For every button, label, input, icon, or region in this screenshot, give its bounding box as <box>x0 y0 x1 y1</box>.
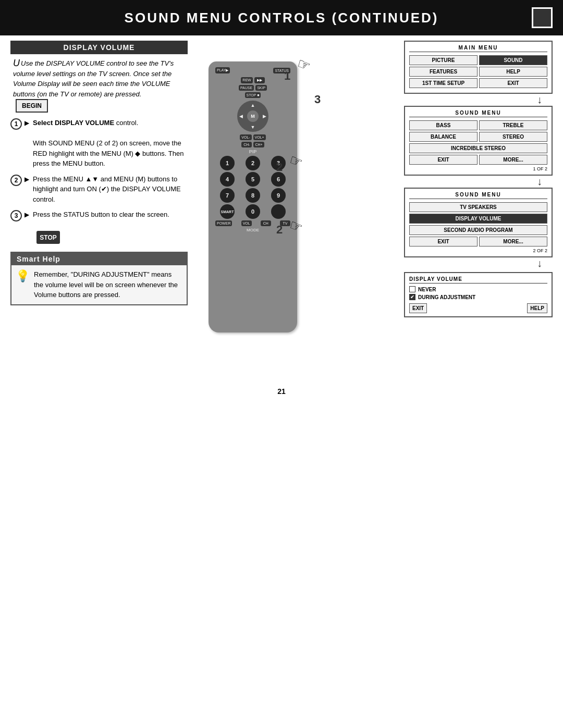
stop-remote-button[interactable]: STOP ■ <box>245 92 261 98</box>
stop-button: STOP <box>36 231 60 244</box>
page-number: 21 <box>0 379 563 403</box>
sound-menu2-row2: DISPLAY VOLUME <box>409 214 547 224</box>
display-vol-exit[interactable]: EXIT <box>409 303 427 313</box>
nav-left[interactable]: ◀ <box>239 114 243 119</box>
btn-9[interactable]: 9 <box>271 188 286 203</box>
main-menu-title: MAIN MENU <box>409 45 547 52</box>
skip-button[interactable]: SKIP <box>255 85 267 91</box>
step-1-extra: With SOUND MENU (2 of 2) on screen, move… <box>33 139 183 167</box>
checkbox-during-adjustment: ✔ DURING ADJUSTMENT <box>409 294 547 300</box>
pip-label: PIP <box>213 149 293 154</box>
during-adjustment-checkbox[interactable]: ✔ <box>409 294 415 300</box>
arrow-down-1: ↓ <box>404 94 542 106</box>
play-button[interactable]: PLAY▶ <box>215 67 230 73</box>
menu-bass[interactable]: BASS <box>409 120 478 130</box>
menu-item-help[interactable]: HELP <box>479 67 547 77</box>
menu-second-audio[interactable]: SECOND AUDIO PROGRAM <box>409 225 547 235</box>
menu-item-picture[interactable]: PICTURE <box>409 55 478 65</box>
ch-plus[interactable]: CH+ <box>253 142 264 147</box>
menu-item-exit[interactable]: EXIT <box>479 78 547 88</box>
menu-balance[interactable]: BALANCE <box>409 132 478 142</box>
lightbulb-icon: 💡 <box>16 269 30 283</box>
btn-smart[interactable]: SMART <box>220 204 235 219</box>
diagram-step-2-label: 2 <box>276 161 283 174</box>
page-indicator-1: 1 OF 2 <box>409 166 547 171</box>
nav-right[interactable]: ▶ <box>263 114 266 119</box>
vol-plus[interactable]: VOL+ <box>253 134 266 140</box>
ch-button[interactable]: CH <box>261 220 271 226</box>
header-box <box>532 7 553 28</box>
page-indicator-2: 2 OF 2 <box>409 248 547 253</box>
sound-menu2-row1: TV SPEAKERS <box>409 202 547 212</box>
smart-help-box: Smart Help 💡 Remember, "DURING ADJUSTMEN… <box>10 252 188 305</box>
menu-display-volume[interactable]: DISPLAY VOLUME <box>409 214 547 224</box>
diagram-step-3-label: 3 <box>314 93 321 106</box>
ch-minus[interactable]: CH- <box>241 142 252 147</box>
btn-4[interactable]: 4 <box>220 172 235 187</box>
page-header: Sound Menu Controls (Continued) <box>0 0 563 35</box>
arrow-down-3: ↓ <box>404 257 542 269</box>
menu-screens-container: MAIN MENU PICTURE SOUND FEATURES HELP 1S… <box>404 41 553 317</box>
menu-incredible-stereo[interactable]: INCREDIBLE STEREO <box>409 143 547 153</box>
btn-6[interactable]: 6 <box>271 172 286 187</box>
sound-menu-row4: EXIT MORE... <box>409 155 547 165</box>
menu-center-button[interactable]: M <box>247 110 259 122</box>
menu-more-2[interactable]: MORE... <box>479 237 547 246</box>
sound-menu-row2: BALANCE STEREO <box>409 132 547 142</box>
menu-more-1[interactable]: MORE... <box>479 155 547 165</box>
step-1: 1 ▶ Select DISPLAY VOLUME control. With … <box>10 118 188 169</box>
transport-row2: PAUSE SKIP <box>213 85 293 91</box>
never-checkbox[interactable] <box>409 286 415 292</box>
menu-item-1st-setup[interactable]: 1ST TIME SETUP <box>409 78 478 88</box>
btn-5[interactable]: 5 <box>246 172 260 187</box>
menu-stereo[interactable]: STEREO <box>479 132 547 142</box>
remote-container: PLAY▶ STATUS REW ▶▶ PAUSE SKIP STOP ■ ▲ <box>201 61 305 332</box>
vol-button[interactable]: VOL <box>241 220 252 226</box>
btn-blank[interactable] <box>271 204 286 219</box>
pause-button[interactable]: PAUSE <box>239 85 254 91</box>
rew-button[interactable]: REW <box>241 77 252 83</box>
ch-row: CH- CH+ <box>213 142 293 147</box>
menu-tv-speakers[interactable]: TV SPEAKERS <box>409 202 547 212</box>
step-1-arrow: ▶ <box>25 119 29 127</box>
btn-8[interactable]: 8 <box>246 188 260 203</box>
main-menu-screen: MAIN MENU PICTURE SOUND FEATURES HELP 1S… <box>404 41 553 94</box>
step-3: 3 ▶ Press the STATUS button to clear the… <box>10 209 188 221</box>
smart-help-content: 💡 Remember, "DURING ADJUSTMENT" means th… <box>11 265 187 304</box>
menu-exit-1[interactable]: EXIT <box>409 155 478 165</box>
sound-menu-screen2: SOUND MENU TV SPEAKERS DISPLAY VOLUME SE… <box>404 188 553 257</box>
pip-button[interactable]: PIP <box>249 149 257 154</box>
step-1-text: Select DISPLAY VOLUME control. With SOUN… <box>33 118 188 169</box>
nav-up[interactable]: ▲ <box>251 103 255 108</box>
display-volume-header: DISPLAY VOLUME <box>10 41 188 54</box>
btn-2[interactable]: 2 <box>246 156 260 170</box>
step-2: 2 ▶ Press the MENU ▲▼ and MENU (M) butto… <box>10 174 188 205</box>
btn-0[interactable]: 0 <box>246 204 260 219</box>
remote-control: PLAY▶ STATUS REW ▶▶ PAUSE SKIP STOP ■ ▲ <box>209 61 297 332</box>
display-vol-help[interactable]: HELP <box>527 303 547 313</box>
main-menu-row3: 1ST TIME SETUP EXIT <box>409 78 547 88</box>
btn-1[interactable]: 1 <box>220 156 235 170</box>
main-content: DISPLAY VOLUME UUse the DISPLAY VOLUME c… <box>0 35 563 369</box>
during-adjustment-label: DURING ADJUSTMENT <box>418 294 475 300</box>
step-2-text: Press the MENU ▲▼ and MENU (M) buttons t… <box>33 174 188 205</box>
nav-down[interactable]: ▼ <box>251 125 255 130</box>
power-button[interactable]: POWER <box>215 220 232 226</box>
fwd-button[interactable]: ▶▶ <box>254 77 265 83</box>
sound-menu2-row3: SECOND AUDIO PROGRAM <box>409 225 547 235</box>
vol-ch-row: VOL- VOL+ <box>213 134 293 140</box>
menu-item-sound[interactable]: SOUND <box>479 55 547 65</box>
main-menu-row1: PICTURE SOUND <box>409 55 547 65</box>
display-volume-intro: UUse the DISPLAY VOLUME control to see t… <box>10 58 188 113</box>
begin-button[interactable]: BEGIN <box>16 99 48 113</box>
menu-exit-2[interactable]: EXIT <box>409 237 478 246</box>
step-1-circle: 1 <box>10 118 22 130</box>
menu-treble[interactable]: TREBLE <box>479 120 547 130</box>
step-3-circle: 3 <box>10 210 22 221</box>
vol-minus[interactable]: VOL- <box>240 134 251 140</box>
never-label: NEVER <box>418 287 436 292</box>
smart-help-header: Smart Help <box>11 253 187 265</box>
btn-7[interactable]: 7 <box>220 188 235 203</box>
menu-item-features[interactable]: FEATURES <box>409 67 478 77</box>
transport-row3: STOP ■ <box>213 92 293 98</box>
